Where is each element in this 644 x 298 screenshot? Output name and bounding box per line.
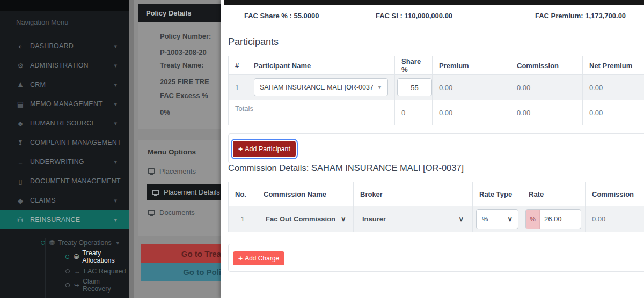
share-input[interactable] — [397, 78, 432, 96]
app-window: Navigation Menu ◐ DASHBOARD ▾ ⚙ ADMINIST… — [0, 0, 644, 298]
share-cell — [395, 75, 433, 100]
plus-icon: + — [238, 254, 243, 263]
col-share: Share % — [395, 56, 433, 75]
sidebar-subitem-partial[interactable]: ▦ — [0, 293, 129, 298]
sidebar-subitem-treaty-allocations[interactable]: ⛁ Treaty Allocations — [0, 250, 129, 264]
col-num: # — [229, 56, 247, 75]
top-black-bar — [224, 0, 644, 5]
chevron-down-icon: ▾ — [114, 101, 117, 108]
chevron-down-icon: ▾ — [114, 81, 117, 88]
gem-icon: ◆ — [15, 197, 26, 205]
add-charge-panel: + Add Charge — [228, 244, 644, 272]
fac-excess-value: 0% — [160, 108, 221, 116]
sidebar-item-memo-management[interactable]: ▤ MEMO MANAGEMENT ▾ — [0, 94, 129, 114]
bullet-icon — [41, 241, 45, 245]
add-charge-label: Add Charge — [245, 255, 279, 262]
broker-select[interactable]: Insurer ∨ — [362, 215, 464, 223]
double-arrow-icon: ↔ — [74, 267, 80, 275]
monitor-icon — [152, 190, 159, 195]
menu-option-label: Placement Details — [164, 188, 220, 196]
gear-icon: ⚙ — [15, 62, 26, 70]
totals-net-premium: 0.00 — [583, 100, 644, 125]
sidebar-item-crm[interactable]: ♟ CRM ▾ — [0, 75, 129, 94]
backdrop-strip — [129, 0, 134, 298]
bullet-icon — [65, 255, 69, 259]
add-participant-label: Add Participant — [245, 145, 290, 153]
col-participant-name: Participant Name — [247, 56, 395, 75]
sidebar-item-label: REINSURANCE — [30, 216, 80, 224]
add-charge-button[interactable]: + Add Charge — [233, 251, 284, 265]
participant-row: 1 SAHAM INSURANCE MALI [OR-0037] ▼ 0.00 … — [229, 75, 644, 100]
memo-icon: ▤ — [15, 100, 26, 108]
add-participant-panel: + Add Participant — [228, 133, 644, 163]
sidebar-item-label: ADMINISTRATION — [30, 62, 89, 69]
col-commission-amt: Commission — [586, 182, 644, 206]
menu-option-documents[interactable]: Documents — [148, 205, 221, 219]
premium-cell: 0.00 — [433, 75, 510, 100]
sidebar-item-human-resource[interactable]: ♣ HUMAN RESOURCE ▾ — [0, 114, 129, 133]
subitem-label: Treaty Operations — [58, 239, 112, 247]
treaty-allocations-icon: ⛁ — [74, 253, 79, 260]
chevron-down-icon: ▾ — [116, 240, 119, 247]
col-commission: Commission — [510, 56, 583, 75]
commission-row: 1 Fac Out Commission ∨ Insurer ∨ % — [229, 206, 644, 232]
person-icon: ♟ — [15, 81, 26, 89]
sidebar-item-underwriting[interactable]: ≡ UNDERWRITING ▾ — [0, 152, 129, 172]
col-broker: Broker — [354, 182, 473, 206]
sidebar-item-administration[interactable]: ⚙ ADMINISTRATION ▾ — [0, 56, 129, 75]
treaty-operations-icon: ⛃ — [49, 239, 55, 247]
broker-cell: Insurer ∨ — [354, 206, 473, 232]
totals-commission: 0.00 — [510, 100, 583, 125]
menu-option-placement-details[interactable]: Placement Details — [147, 184, 221, 200]
chevron-down-icon: ▾ — [114, 197, 117, 204]
rate-input-group: % — [525, 209, 581, 229]
sidebar: Navigation Menu ◐ DASHBOARD ▾ ⚙ ADMINIST… — [0, 0, 129, 298]
sidebar-subitem-claim-recovery[interactable]: ↪ Claim Recovery — [0, 278, 129, 292]
rate-input[interactable] — [540, 210, 577, 229]
sidebar-item-dashboard[interactable]: ◐ DASHBOARD ▾ — [0, 36, 129, 56]
go-to-policy-button[interactable]: Go to Poli — [141, 263, 221, 281]
sidebar-header: Navigation Menu — [16, 18, 69, 26]
sidebar-item-complaint-management[interactable]: ❢ COMPLAINT MANAGEMENT — [0, 133, 129, 152]
bullet-icon — [65, 269, 70, 273]
rate-type-select[interactable]: % ∨ — [476, 209, 518, 229]
net-premium-cell: 0.00 — [583, 75, 644, 100]
commission-table: No. Commission Name Broker Rate Type Rat… — [228, 182, 644, 232]
sidebar-subitem-fac-required[interactable]: ↔ FAC Required — [0, 264, 129, 278]
rate-cell: % — [522, 206, 586, 232]
commission-name-value: Fac Out Commission — [266, 215, 335, 223]
chevron-down-icon: ▾ — [114, 178, 117, 185]
sidebar-item-label: DOCUMENT MANAGEMENT — [30, 177, 121, 185]
lines-icon: ≡ — [15, 158, 26, 166]
subitem-label: Claim Recovery — [83, 278, 129, 293]
rate-type-cell: % ∨ — [473, 206, 522, 232]
chevron-down-icon: ▾ — [114, 43, 117, 50]
sidebar-item-label: UNDERWRITING — [30, 158, 84, 166]
sidebar-item-label: MEMO MANAGEMENT — [30, 100, 103, 108]
subitem-label: Treaty Allocations — [82, 249, 129, 264]
sidebar-item-label: HUMAN RESOURCE — [30, 120, 96, 127]
policy-details-header: Policy Details — [138, 4, 221, 22]
menu-option-label: Placements — [159, 167, 196, 175]
participant-name-cell: SAHAM INSURANCE MALI [OR-0037] ▼ — [247, 75, 395, 100]
people-icon: ♣ — [15, 120, 26, 128]
col-commission-name: Commission Name — [257, 182, 354, 206]
monitor-icon — [148, 210, 155, 215]
participant-name-select[interactable]: SAHAM INSURANCE MALI [OR-0037] ▼ — [254, 78, 388, 96]
dashboard-icon: ◐ — [15, 42, 26, 50]
add-participant-button[interactable]: + Add Participant — [233, 141, 296, 157]
sidebar-item-label: COMPLAINT MANAGEMENT — [30, 139, 121, 146]
sidebar-item-reinsurance[interactable]: ⛁ REINSURANCE ▾ — [0, 210, 129, 229]
commission-name-select[interactable]: Fac Out Commission ∨ — [266, 215, 345, 223]
go-to-treaty-button[interactable]: Go to Trea — [141, 244, 221, 263]
menu-option-placements[interactable]: Placements — [148, 164, 221, 178]
sidebar-top-strip — [0, 0, 129, 11]
sidebar-item-document-management[interactable]: ▯ DOCUMENT MANAGEMENT ▾ — [0, 172, 129, 191]
sidebar-subitem-treaty-operations[interactable]: ⛃ Treaty Operations ▾ — [0, 236, 129, 250]
treaty-name-label: Treaty Name: — [160, 61, 221, 69]
main-content-panel: FAC Share % : 55.0000 FAC SI : 110,000,0… — [221, 0, 644, 298]
chevron-down-icon: ▾ — [114, 120, 117, 127]
sidebar-item-claims[interactable]: ◆ CLAIMS ▾ — [0, 191, 129, 210]
commission-header-row: No. Commission Name Broker Rate Type Rat… — [229, 182, 644, 206]
broker-value: Insurer — [362, 215, 386, 223]
